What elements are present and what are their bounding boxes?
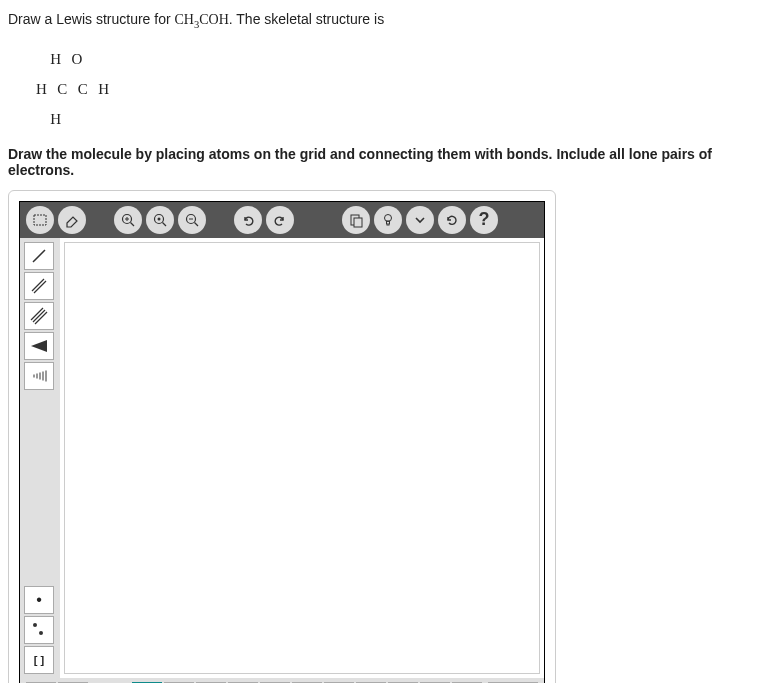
lone-pair-single-icon: • — [36, 591, 42, 609]
paste-button[interactable] — [342, 206, 370, 234]
eraser-button[interactable] — [58, 206, 86, 234]
hint-icon — [380, 212, 396, 228]
redo-icon — [272, 212, 288, 228]
help-button[interactable]: ? — [470, 206, 498, 234]
svg-point-7 — [158, 217, 161, 220]
lone-pair-double-button[interactable] — [24, 616, 54, 644]
undo-icon — [240, 212, 256, 228]
triple-bond-button[interactable] — [24, 302, 54, 330]
question-suffix: . The skeletal structure is — [229, 11, 384, 27]
help-icon: ? — [479, 209, 490, 230]
expand-button[interactable] — [406, 206, 434, 234]
zoom-in-icon — [120, 212, 136, 228]
question-text: Draw a Lewis structure for CH3COH. The s… — [8, 8, 768, 34]
skeletal-row-1: H O — [36, 44, 768, 74]
zoom-out-icon — [184, 212, 200, 228]
svg-rect-12 — [354, 218, 362, 227]
editor-body: • [ ] — [20, 238, 544, 678]
skeletal-row-3: H — [36, 104, 768, 134]
zoom-fit-icon — [152, 212, 168, 228]
wedge-solid-button[interactable] — [24, 332, 54, 360]
svg-line-2 — [131, 222, 135, 226]
toolbar-top: ? — [20, 202, 544, 238]
double-bond-button[interactable] — [24, 272, 54, 300]
svg-rect-0 — [34, 215, 46, 225]
redo-button[interactable] — [266, 206, 294, 234]
triple-bond-icon — [29, 306, 49, 326]
lone-pair-double-icon — [25, 617, 53, 643]
wedge-hashed-icon — [29, 368, 49, 384]
paste-icon — [348, 212, 364, 228]
skeletal-structure: H O H C C H H — [36, 44, 768, 134]
lone-pair-single-button[interactable]: • — [24, 586, 54, 614]
reset-icon — [444, 212, 460, 228]
bracket-button[interactable]: [ ] — [24, 646, 54, 674]
bottom-toolbar: + - C H O N S P F Br Cl I X More — [20, 678, 544, 683]
zoom-out-button[interactable] — [178, 206, 206, 234]
zoom-in-button[interactable] — [114, 206, 142, 234]
bracket-icon: [ ] — [34, 654, 44, 666]
marquee-button[interactable] — [26, 206, 54, 234]
single-bond-button[interactable] — [24, 242, 54, 270]
reset-button[interactable] — [438, 206, 466, 234]
marquee-icon — [32, 212, 48, 228]
svg-point-13 — [385, 214, 392, 221]
skeletal-row-2: H C C H — [36, 74, 768, 104]
wedge-hashed-button[interactable] — [24, 362, 54, 390]
drawing-canvas[interactable] — [64, 242, 540, 674]
undo-button[interactable] — [234, 206, 262, 234]
single-bond-icon — [29, 246, 49, 266]
svg-line-6 — [163, 222, 167, 226]
svg-rect-14 — [387, 221, 390, 224]
wedge-solid-icon — [31, 340, 47, 352]
question-prefix: Draw a Lewis structure for — [8, 11, 175, 27]
instruction-text: Draw the molecule by placing atoms on th… — [8, 146, 768, 178]
hint-button[interactable] — [374, 206, 402, 234]
svg-line-16 — [33, 250, 45, 262]
formula: CH3COH — [175, 12, 229, 27]
chevron-down-icon — [412, 212, 428, 228]
double-bond-icon — [29, 276, 49, 296]
molecule-editor: ? — [19, 201, 545, 683]
editor-container: ? — [8, 190, 556, 683]
zoom-fit-button[interactable] — [146, 206, 174, 234]
eraser-icon — [64, 212, 80, 228]
side-toolbar: • [ ] — [20, 238, 60, 678]
svg-line-9 — [195, 222, 199, 226]
